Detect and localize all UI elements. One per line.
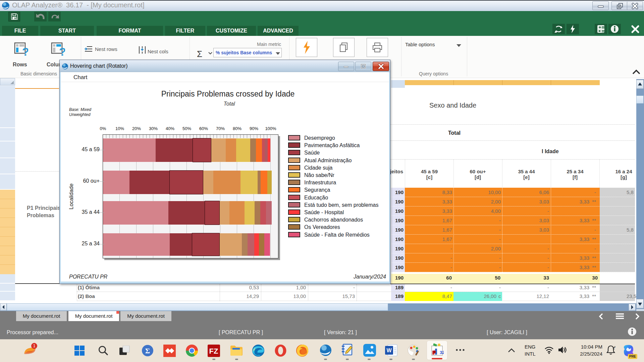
svg-text:32: 32 bbox=[440, 350, 444, 355]
svg-text:W: W bbox=[386, 348, 392, 353]
svg-text:z: z bbox=[614, 345, 615, 348]
svg-text:?: ? bbox=[59, 45, 65, 57]
svg-text:?: ? bbox=[22, 45, 28, 57]
svg-text:FZ: FZ bbox=[209, 347, 218, 355]
svg-text:1: 1 bbox=[33, 344, 36, 348]
svg-text:Σ: Σ bbox=[145, 347, 150, 355]
